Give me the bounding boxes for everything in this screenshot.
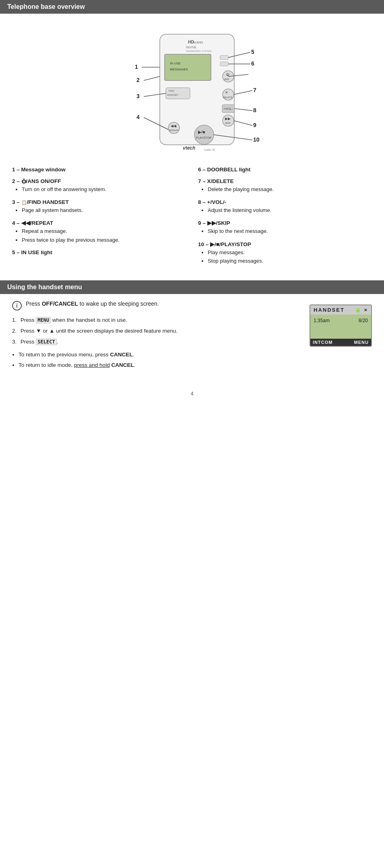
desc-title-9: 9 – ▶▶/SKIP xyxy=(198,220,372,226)
section2-inner: i Press OFF/CANCEL to wake up the sleepi… xyxy=(12,300,372,371)
section2: Using the handset menu i Press OFF/CANCE… xyxy=(0,280,384,383)
hs-title-bar: HANDSET 🔋 × xyxy=(310,305,371,315)
desc-item-9: 9 – ▶▶/SKIP Skip to the next message. xyxy=(198,220,372,235)
desc-bullets-7: Delete the playing message. xyxy=(198,185,372,193)
desc-title-4: 4 – ◀◀/REPEAT xyxy=(12,220,186,226)
svg-text:REPEAT: REPEAT xyxy=(169,129,179,132)
svg-point-27 xyxy=(194,125,214,144)
svg-text:5: 5 xyxy=(251,49,254,55)
section1-header: Telephone base overview xyxy=(0,0,384,14)
desc-title-7: 7 – X/DELETE xyxy=(198,178,372,184)
svg-text:◀◀: ◀◀ xyxy=(171,124,176,128)
section2-header: Using the handset menu xyxy=(0,280,384,294)
svg-text:ANS: ANS xyxy=(224,78,229,80)
svg-text:DIGITAL: DIGITAL xyxy=(186,46,197,49)
info-icon: i xyxy=(12,301,22,311)
desc-bullets-3: Page all system handsets. xyxy=(12,206,186,214)
desc-item-8: 8 – +/VOL/- Adjust the listening volume. xyxy=(198,199,372,214)
desc-bullets-4: Repeat a message. Press twice to play th… xyxy=(12,227,186,244)
svg-text:2: 2 xyxy=(136,77,140,83)
svg-text:1: 1 xyxy=(135,64,138,70)
svg-text:Caller ID: Caller ID xyxy=(204,148,215,151)
svg-text:6: 6 xyxy=(251,60,254,67)
desc-col-right: 6 – DOORBELL light 7 – X/DELETE Delete t… xyxy=(198,167,372,271)
desc-bullets-10: Play messages. Stop playing messages. xyxy=(198,249,372,265)
desc-title-10: 10 – ▶/■/PLAY/STOP xyxy=(198,241,372,247)
desc-bullets-2: Turn on or off the answering system. xyxy=(12,185,186,193)
section1: Telephone base overview HD AUDIO DIGITAL… xyxy=(0,0,384,280)
svg-rect-12 xyxy=(220,62,228,66)
step-3: 3. Press SELECT. xyxy=(12,338,297,346)
battery-icon: 🔋 xyxy=(355,307,362,313)
svg-text:SKIP: SKIP xyxy=(225,122,231,124)
svg-text:vtech: vtech xyxy=(183,145,195,151)
svg-text:7: 7 xyxy=(253,87,256,93)
desc-title-6: 6 – DOORBELL light xyxy=(198,167,372,173)
desc-bullets-8: Adjust the listening volume. xyxy=(198,206,372,214)
svg-text:⏻: ⏻ xyxy=(226,73,229,76)
section1-content: HD AUDIO DIGITAL ANSWERING SYSTEM IN USE… xyxy=(0,14,384,280)
svg-text:FIND: FIND xyxy=(169,90,175,92)
info-note-box: i Press OFF/CANCEL to wake up the sleepi… xyxy=(12,300,297,311)
svg-text:3: 3 xyxy=(136,93,140,99)
svg-line-45 xyxy=(234,91,252,95)
menu-kbd: MENU xyxy=(36,317,51,323)
desc-bullet-7-1: Delete the playing message. xyxy=(208,185,372,193)
desc-bullet-9-1: Skip to the next message. xyxy=(208,227,372,235)
hs-menu: MENU xyxy=(354,340,369,345)
desc-bullet-10-1: Play messages. xyxy=(208,249,372,257)
svg-text:10: 10 xyxy=(253,136,260,143)
hs-date: 8/20 xyxy=(359,318,368,323)
desc-bullet-8-1: Adjust the listening volume. xyxy=(208,206,372,214)
desc-item-3: 3 – 📋/FIND HANDSET Page all system hands… xyxy=(12,199,186,214)
bullet-1: To return to the previous menu, press CA… xyxy=(19,351,297,359)
step-2: 2. Press ▼ or ▲ until the screen display… xyxy=(12,327,297,335)
svg-text:9: 9 xyxy=(253,122,256,128)
svg-text:4: 4 xyxy=(136,114,140,120)
steps-list: 1. Press MENU when the handset is not in… xyxy=(12,316,297,346)
section2-content: i Press OFF/CANCEL to wake up the sleepi… xyxy=(0,294,384,383)
phone-diagram: HD AUDIO DIGITAL ANSWERING SYSTEM IN USE… xyxy=(103,28,281,157)
hs-time: 1:35am xyxy=(314,318,330,323)
svg-text:✕: ✕ xyxy=(225,91,228,95)
step-1: 1. Press MENU when the handset is not in… xyxy=(12,316,297,324)
desc-col-left: 1 – Message window 2 – ⏻/ANS ON/OFF Turn… xyxy=(12,167,186,271)
svg-text:AUDIO: AUDIO xyxy=(193,41,203,44)
hs-body: 1:35am 8/20 xyxy=(310,315,371,339)
info-note-text: Press OFF/CANCEL to wake up the sleeping… xyxy=(26,300,159,307)
desc-bullet-3-1: Page all system handsets. xyxy=(22,206,186,214)
svg-text:▶▶: ▶▶ xyxy=(225,117,231,121)
desc-title-5: 5 – IN USE light xyxy=(12,249,186,255)
bullet-list: To return to the previous menu, press CA… xyxy=(19,351,297,369)
svg-text:IN USE: IN USE xyxy=(170,62,181,65)
desc-bullets-9: Skip to the next message. xyxy=(198,227,372,235)
descriptions-grid: 1 – Message window 2 – ⏻/ANS ON/OFF Turn… xyxy=(12,167,372,271)
svg-text:MESSAGES: MESSAGES xyxy=(170,68,188,71)
desc-item-7: 7 – X/DELETE Delete the playing message. xyxy=(198,178,372,193)
desc-title-8: 8 – +/VOL/- xyxy=(198,199,372,205)
desc-item-4: 4 – ◀◀/REPEAT Repeat a message. Press tw… xyxy=(12,220,186,244)
svg-text:8: 8 xyxy=(253,107,256,113)
bullet-2: To return to idle mode, press and hold C… xyxy=(19,361,297,369)
hs-icons: 🔋 × xyxy=(355,307,368,313)
desc-bullet-2-1: Turn on or off the answering system. xyxy=(22,185,186,193)
svg-line-47 xyxy=(234,109,252,111)
section2-text: i Press OFF/CANCEL to wake up the sleepi… xyxy=(12,300,297,371)
desc-bullet-4-1: Repeat a message. xyxy=(22,227,186,235)
select-kbd: SELECT xyxy=(36,339,56,345)
desc-item-10: 10 – ▶/■/PLAY/STOP Play messages. Stop p… xyxy=(198,241,372,265)
hs-title: HANDSET xyxy=(314,307,345,313)
svg-rect-11 xyxy=(220,56,228,60)
hs-intcom: INTCOM xyxy=(313,340,332,345)
svg-text:DELETE: DELETE xyxy=(223,96,232,99)
desc-bullet-4-2: Press twice to play the previous message… xyxy=(22,236,186,244)
svg-line-49 xyxy=(234,121,252,125)
x-icon: × xyxy=(364,307,368,313)
desc-item-6: 6 – DOORBELL light xyxy=(198,167,372,173)
svg-line-35 xyxy=(144,76,160,80)
page-number: 4 xyxy=(0,383,384,401)
desc-title-3: 3 – 📋/FIND HANDSET xyxy=(12,199,186,205)
desc-bullet-10-2: Stop playing messages. xyxy=(208,257,372,265)
hs-footer: INTCOM MENU xyxy=(310,339,371,346)
desc-title-1: 1 – Message window xyxy=(12,167,186,173)
